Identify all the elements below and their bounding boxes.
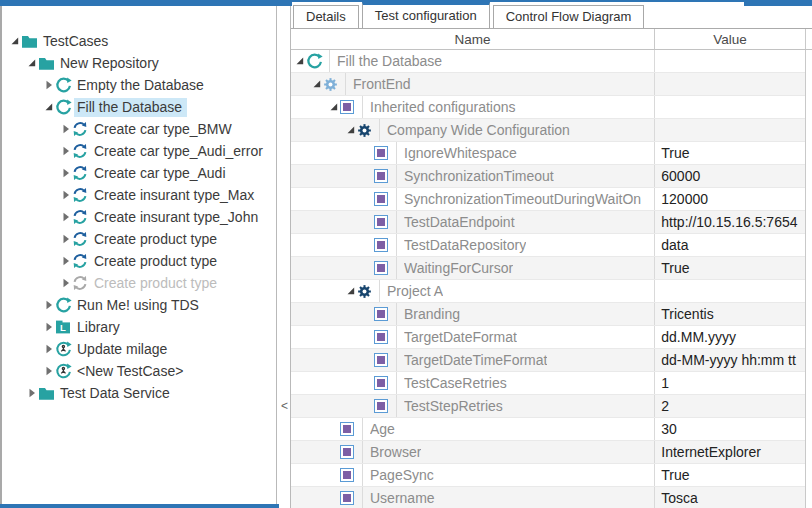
expander-expanded-icon[interactable]	[8, 36, 21, 46]
tree-item-create-product-type[interactable]: Create product type	[2, 250, 276, 272]
config-row-age[interactable]: Age30	[291, 418, 805, 441]
config-value-cell[interactable]: 30	[654, 418, 805, 440]
config-value-cell[interactable]: InternetExplorer	[654, 441, 805, 463]
indent	[291, 119, 344, 141]
tree-item-testcases[interactable]: TestCases	[2, 30, 276, 52]
config-row-targetdatetimeformat[interactable]: TargetDateTimeFormatdd-MM-yyyy hh:mm tt	[291, 349, 805, 372]
expander-expanded-icon[interactable]	[293, 56, 306, 66]
config-row-synchronizationtimeout[interactable]: SynchronizationTimeout60000	[291, 165, 805, 188]
expander-expanded-icon[interactable]	[42, 102, 55, 112]
tree-item-empty-the-database[interactable]: Empty the Database	[2, 74, 276, 96]
config-row-testcaseretries[interactable]: TestCaseRetries1	[291, 372, 805, 395]
expander-collapsed-icon[interactable]	[42, 80, 55, 90]
tree-item-test-data-service[interactable]: Test Data Service	[2, 382, 276, 404]
config-value-cell[interactable]: True	[654, 464, 805, 486]
expander-collapsed-icon[interactable]	[59, 256, 72, 266]
config-row-testdataendpoint[interactable]: TestDataEndpointhttp://10.15.16.5:7654	[291, 211, 805, 234]
expander-collapsed-icon[interactable]	[59, 278, 72, 288]
config-row-waitingforcursor[interactable]: WaitingForCursorTrue	[291, 257, 805, 280]
config-row-pagesync[interactable]: PageSyncTrue	[291, 464, 805, 487]
config-row-testdatarepository[interactable]: TestDataRepositorydata	[291, 234, 805, 257]
expander-expanded-icon[interactable]	[344, 286, 357, 296]
column-header-name[interactable]: Name	[291, 29, 655, 49]
tree-item-fill-the-database[interactable]: Fill the Database	[2, 96, 276, 118]
tree-item-create-car-type-bmw[interactable]: Create car type_BMW	[2, 118, 276, 140]
expander-collapsed-icon[interactable]	[42, 344, 55, 354]
tree-item-create-insurant-type-john[interactable]: Create insurant type_John	[2, 206, 276, 228]
tree-item-run-me-using-tds[interactable]: Run Me! using TDS	[2, 294, 276, 316]
tab-test-configuration[interactable]: Test configuration	[362, 2, 490, 28]
tree-item-create-product-type[interactable]: Create product type	[2, 272, 276, 294]
expander-expanded-icon[interactable]	[344, 125, 357, 135]
config-value-cell[interactable]: 1	[654, 372, 805, 394]
config-value-cell[interactable]	[654, 50, 805, 72]
expander-collapsed-icon[interactable]	[59, 190, 72, 200]
config-row-branding[interactable]: BrandingTricentis	[291, 303, 805, 326]
tab-control-flow-diagram[interactable]: Control Flow Diagram	[493, 5, 645, 28]
name-cell: Fill the Database	[291, 50, 654, 72]
config-row-frontend[interactable]: FrontEnd	[291, 73, 805, 96]
config-value-cell[interactable]: 60000	[654, 165, 805, 187]
config-row-targetdateformat[interactable]: TargetDateFormatdd.MM.yyyy	[291, 326, 805, 349]
config-row-browser[interactable]: BrowserInternetExplorer	[291, 441, 805, 464]
expander-collapsed-icon[interactable]	[59, 146, 72, 156]
config-row-company-wide-configuration[interactable]: Company Wide Configuration	[291, 119, 805, 142]
expander-expanded-icon[interactable]	[25, 58, 38, 68]
tree-item-update-milage[interactable]: Update milage	[2, 338, 276, 360]
panel-splitter[interactable]: <	[279, 6, 291, 508]
tab-details[interactable]: Details	[293, 5, 359, 28]
expander-collapsed-icon[interactable]	[59, 234, 72, 244]
name-cell: Inherited configurations	[291, 96, 654, 118]
tree-item-create-product-type[interactable]: Create product type	[2, 228, 276, 250]
name-cell: Project A	[291, 280, 654, 302]
tree-item-new-repository[interactable]: New Repository	[2, 52, 276, 74]
config-row-synchronizationtimeoutduringwaiton[interactable]: SynchronizationTimeoutDuringWaitOn120000	[291, 188, 805, 211]
expander-collapsed-icon[interactable]	[59, 124, 72, 134]
config-value-cell[interactable]	[654, 96, 805, 118]
config-row-fill-the-database[interactable]: Fill the Database	[291, 50, 805, 73]
testcase-icon	[306, 53, 323, 70]
config-row-username[interactable]: UsernameTosca	[291, 487, 805, 508]
expander-collapsed-icon[interactable]	[59, 212, 72, 222]
config-value-cell[interactable]: Tosca	[654, 487, 805, 508]
config-value-cell[interactable]: Tricentis	[654, 303, 805, 325]
column-header-value[interactable]: Value	[655, 29, 806, 49]
collapse-panel-button[interactable]: <	[279, 398, 290, 414]
expander-collapsed-icon[interactable]	[25, 388, 38, 398]
config-name-label: Age	[370, 421, 395, 437]
expander-expanded-icon[interactable]	[310, 79, 323, 89]
config-value-cell[interactable]: True	[654, 257, 805, 279]
expander-collapsed-icon[interactable]	[59, 168, 72, 178]
config-value-cell[interactable]: 2	[654, 395, 805, 417]
config-value-cell[interactable]: http://10.15.16.5:7654	[654, 211, 805, 233]
config-value-cell[interactable]: dd.MM.yyyy	[654, 326, 805, 348]
expander-collapsed-icon[interactable]	[42, 300, 55, 310]
expander-collapsed-icon[interactable]	[42, 366, 55, 376]
tree-item-label: <New TestCase>	[74, 362, 188, 381]
expander-expanded-icon[interactable]	[327, 102, 340, 112]
config-value-cell[interactable]	[654, 280, 805, 302]
config-square-icon	[340, 491, 356, 505]
config-value-cell[interactable]: True	[654, 142, 805, 164]
config-value-cell[interactable]	[654, 73, 805, 95]
config-row-teststepretries[interactable]: TestStepRetries2	[291, 395, 805, 418]
config-square-icon	[374, 330, 390, 344]
config-row-project-a[interactable]: Project A	[291, 280, 805, 303]
cell-divider	[396, 142, 397, 164]
name-cell: FrontEnd	[291, 73, 654, 95]
config-row-ignorewhitespace[interactable]: IgnoreWhitespaceTrue	[291, 142, 805, 165]
tree-item-new-testcase[interactable]: <New TestCase>	[2, 360, 276, 382]
config-value-cell[interactable]: data	[654, 234, 805, 256]
config-name-label: Branding	[404, 306, 460, 322]
config-value-cell[interactable]	[654, 119, 805, 141]
config-square-icon	[374, 353, 390, 367]
config-row-inherited-configurations[interactable]: Inherited configurations	[291, 96, 805, 119]
tree-item-library[interactable]: LLibrary	[2, 316, 276, 338]
tree-item-create-car-type-audi-error[interactable]: Create car type_Audi_error	[2, 140, 276, 162]
tree-item-create-insurant-type-max[interactable]: Create insurant type_Max	[2, 184, 276, 206]
expander-collapsed-icon[interactable]	[42, 322, 55, 332]
tree-item-create-car-type-audi[interactable]: Create car type_Audi	[2, 162, 276, 184]
testcase-icon	[55, 297, 74, 314]
config-value-cell[interactable]: dd-MM-yyyy hh:mm tt	[654, 349, 805, 371]
config-value-cell[interactable]: 120000	[654, 188, 805, 210]
